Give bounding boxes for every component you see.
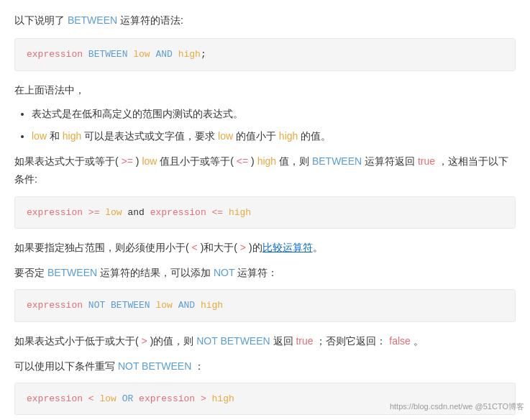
- watermark: https://blog.csdn.net/we @51CTO博客: [390, 400, 524, 414]
- op-lt: <: [192, 242, 201, 253]
- code2-low: low: [105, 207, 122, 218]
- p6-not: NOT: [118, 360, 139, 372]
- code1-between: BETWEEN: [88, 49, 128, 60]
- para3: 如果要指定独占范围，则必须使用小于( < )和大于( > )的比较运算符。: [14, 239, 516, 257]
- code1-and: AND: [155, 49, 172, 60]
- op-gt: >: [240, 242, 249, 253]
- p5-not: NOT: [196, 335, 217, 347]
- code3-and: AND: [178, 300, 195, 311]
- code4-op1: <: [88, 393, 94, 404]
- watermark-site: @51CTO博客: [475, 402, 524, 411]
- code2-expr2: expression: [150, 207, 206, 218]
- keyword-between: BETWEEN: [68, 14, 117, 26]
- p5-between: BETWEEN: [220, 335, 270, 347]
- p6-between: BETWEEN: [142, 360, 191, 372]
- code2-high: high: [229, 207, 251, 218]
- code2-expr1: expression: [27, 207, 83, 218]
- code3-not: NOT: [88, 300, 105, 311]
- para1: 在上面语法中，: [14, 81, 516, 99]
- code2-op1: >=: [88, 207, 100, 218]
- bullet2-low: low: [32, 130, 47, 142]
- code-block-2: expression >= low and expression <= high: [14, 196, 516, 229]
- code1-low: low: [133, 49, 150, 60]
- p2-high: high: [257, 155, 276, 167]
- code4-low: low: [99, 393, 116, 404]
- code2-and: and: [127, 207, 144, 218]
- bullet-1: 表达式是在低和高定义的范围内测试的表达式。: [32, 105, 516, 123]
- bullet2-high2: high: [279, 130, 298, 142]
- code3-low: low: [155, 300, 172, 311]
- intro-text: 以下说明了 BETWEEN 运算符的语法:: [14, 12, 516, 29]
- code1-expression: expression: [27, 49, 83, 60]
- code4-expr2: expression: [139, 393, 195, 404]
- bullet-list: 表达式是在低和高定义的范围内测试的表达式。 low 和 high 可以是表达式或…: [32, 105, 516, 145]
- para2: 如果表达式大于或等于( >= ) low 值且小于或等于( <= ) high …: [14, 152, 516, 188]
- bullet2-high: high: [63, 130, 81, 142]
- code-block-3: expression NOT BETWEEN low AND high: [14, 289, 516, 321]
- watermark-url: https://blog.csdn.net/we: [390, 402, 473, 411]
- para4: 要否定 BETWEEN 运算符的结果，可以添加 NOT 运算符：: [14, 264, 516, 282]
- bullet2-low2: low: [218, 130, 233, 142]
- p5-true: true: [296, 335, 313, 347]
- para5: 如果表达式小于低于或大于( > )的值，则 NOT BETWEEN 返回 tru…: [14, 332, 516, 350]
- code2-op2: <=: [212, 207, 224, 218]
- bullet-2: low 和 high 可以是表达式或文字值，要求 low 的值小于 high 的…: [32, 127, 516, 145]
- code4-op2: >: [201, 393, 206, 404]
- p4-between: BETWEEN: [47, 267, 97, 278]
- code4-high: high: [212, 393, 234, 404]
- code3-expr: expression: [27, 300, 83, 311]
- code3-between: BETWEEN: [111, 300, 150, 311]
- code1-high: high: [178, 49, 201, 60]
- op-gte: >=: [122, 155, 136, 167]
- p5-false: false: [389, 335, 411, 347]
- code-block-1: expression BETWEEN low AND high;: [14, 38, 516, 70]
- code4-expr1: expression: [27, 393, 83, 404]
- p2-low: low: [142, 155, 157, 167]
- code4-or: OR: [122, 393, 134, 404]
- comparison-link[interactable]: 比较运算符: [262, 242, 313, 253]
- p5-op: >: [142, 335, 150, 347]
- code3-high: high: [201, 300, 223, 311]
- p2-true: true: [418, 155, 435, 167]
- p4-not: NOT: [214, 267, 234, 278]
- op-lte: <=: [237, 155, 251, 167]
- p2-between: BETWEEN: [312, 155, 362, 167]
- para6: 可以使用以下条件重写 NOT BETWEEN ：: [14, 357, 516, 375]
